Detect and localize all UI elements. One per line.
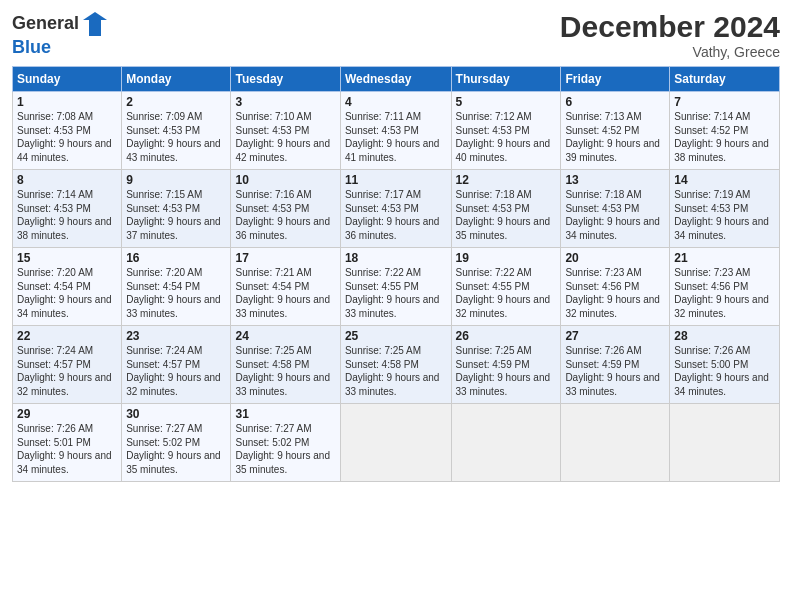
calendar-cell: 16Sunrise: 7:20 AM Sunset: 4:54 PM Dayli… <box>122 248 231 326</box>
title-area: December 2024 Vathy, Greece <box>560 10 780 60</box>
day-detail: Sunrise: 7:09 AM Sunset: 4:53 PM Dayligh… <box>126 110 226 164</box>
day-number: 4 <box>345 95 447 109</box>
day-detail: Sunrise: 7:20 AM Sunset: 4:54 PM Dayligh… <box>126 266 226 320</box>
header: General Blue December 2024 Vathy, Greece <box>12 10 780 60</box>
day-detail: Sunrise: 7:08 AM Sunset: 4:53 PM Dayligh… <box>17 110 117 164</box>
day-detail: Sunrise: 7:13 AM Sunset: 4:52 PM Dayligh… <box>565 110 665 164</box>
day-number: 3 <box>235 95 335 109</box>
day-detail: Sunrise: 7:27 AM Sunset: 5:02 PM Dayligh… <box>126 422 226 476</box>
svg-marker-0 <box>83 12 107 36</box>
day-number: 10 <box>235 173 335 187</box>
day-detail: Sunrise: 7:19 AM Sunset: 4:53 PM Dayligh… <box>674 188 775 242</box>
calendar-cell: 17Sunrise: 7:21 AM Sunset: 4:54 PM Dayli… <box>231 248 340 326</box>
day-detail: Sunrise: 7:25 AM Sunset: 4:58 PM Dayligh… <box>235 344 335 398</box>
day-number: 29 <box>17 407 117 421</box>
calendar-cell: 22Sunrise: 7:24 AM Sunset: 4:57 PM Dayli… <box>13 326 122 404</box>
day-detail: Sunrise: 7:17 AM Sunset: 4:53 PM Dayligh… <box>345 188 447 242</box>
calendar-cell: 28Sunrise: 7:26 AM Sunset: 5:00 PM Dayli… <box>670 326 780 404</box>
calendar-cell: 12Sunrise: 7:18 AM Sunset: 4:53 PM Dayli… <box>451 170 561 248</box>
day-detail: Sunrise: 7:25 AM Sunset: 4:58 PM Dayligh… <box>345 344 447 398</box>
day-number: 26 <box>456 329 557 343</box>
header-friday: Friday <box>561 67 670 92</box>
day-detail: Sunrise: 7:12 AM Sunset: 4:53 PM Dayligh… <box>456 110 557 164</box>
day-detail: Sunrise: 7:26 AM Sunset: 4:59 PM Dayligh… <box>565 344 665 398</box>
day-number: 20 <box>565 251 665 265</box>
header-thursday: Thursday <box>451 67 561 92</box>
calendar-cell: 13Sunrise: 7:18 AM Sunset: 4:53 PM Dayli… <box>561 170 670 248</box>
day-detail: Sunrise: 7:15 AM Sunset: 4:53 PM Dayligh… <box>126 188 226 242</box>
calendar-cell: 14Sunrise: 7:19 AM Sunset: 4:53 PM Dayli… <box>670 170 780 248</box>
logo-general: General <box>12 14 79 34</box>
day-number: 24 <box>235 329 335 343</box>
calendar-cell <box>561 404 670 482</box>
day-number: 17 <box>235 251 335 265</box>
day-detail: Sunrise: 7:20 AM Sunset: 4:54 PM Dayligh… <box>17 266 117 320</box>
logo-blue: Blue <box>12 37 51 57</box>
header-wednesday: Wednesday <box>340 67 451 92</box>
calendar-cell: 20Sunrise: 7:23 AM Sunset: 4:56 PM Dayli… <box>561 248 670 326</box>
day-detail: Sunrise: 7:22 AM Sunset: 4:55 PM Dayligh… <box>456 266 557 320</box>
day-detail: Sunrise: 7:27 AM Sunset: 5:02 PM Dayligh… <box>235 422 335 476</box>
calendar-cell: 21Sunrise: 7:23 AM Sunset: 4:56 PM Dayli… <box>670 248 780 326</box>
day-detail: Sunrise: 7:26 AM Sunset: 5:00 PM Dayligh… <box>674 344 775 398</box>
calendar-cell: 31Sunrise: 7:27 AM Sunset: 5:02 PM Dayli… <box>231 404 340 482</box>
calendar-cell: 6Sunrise: 7:13 AM Sunset: 4:52 PM Daylig… <box>561 92 670 170</box>
weekday-header-row: Sunday Monday Tuesday Wednesday Thursday… <box>13 67 780 92</box>
calendar-table: Sunday Monday Tuesday Wednesday Thursday… <box>12 66 780 482</box>
calendar-cell: 8Sunrise: 7:14 AM Sunset: 4:53 PM Daylig… <box>13 170 122 248</box>
day-number: 9 <box>126 173 226 187</box>
day-detail: Sunrise: 7:10 AM Sunset: 4:53 PM Dayligh… <box>235 110 335 164</box>
day-number: 12 <box>456 173 557 187</box>
day-detail: Sunrise: 7:18 AM Sunset: 4:53 PM Dayligh… <box>565 188 665 242</box>
calendar-week-row: 8Sunrise: 7:14 AM Sunset: 4:53 PM Daylig… <box>13 170 780 248</box>
calendar-week-row: 29Sunrise: 7:26 AM Sunset: 5:01 PM Dayli… <box>13 404 780 482</box>
day-detail: Sunrise: 7:16 AM Sunset: 4:53 PM Dayligh… <box>235 188 335 242</box>
day-detail: Sunrise: 7:11 AM Sunset: 4:53 PM Dayligh… <box>345 110 447 164</box>
day-detail: Sunrise: 7:24 AM Sunset: 4:57 PM Dayligh… <box>126 344 226 398</box>
day-number: 6 <box>565 95 665 109</box>
day-detail: Sunrise: 7:21 AM Sunset: 4:54 PM Dayligh… <box>235 266 335 320</box>
day-detail: Sunrise: 7:25 AM Sunset: 4:59 PM Dayligh… <box>456 344 557 398</box>
day-number: 27 <box>565 329 665 343</box>
calendar-cell: 5Sunrise: 7:12 AM Sunset: 4:53 PM Daylig… <box>451 92 561 170</box>
calendar-week-row: 22Sunrise: 7:24 AM Sunset: 4:57 PM Dayli… <box>13 326 780 404</box>
calendar-cell: 19Sunrise: 7:22 AM Sunset: 4:55 PM Dayli… <box>451 248 561 326</box>
calendar-cell: 11Sunrise: 7:17 AM Sunset: 4:53 PM Dayli… <box>340 170 451 248</box>
header-sunday: Sunday <box>13 67 122 92</box>
calendar-cell: 15Sunrise: 7:20 AM Sunset: 4:54 PM Dayli… <box>13 248 122 326</box>
day-number: 28 <box>674 329 775 343</box>
day-number: 1 <box>17 95 117 109</box>
page-container: General Blue December 2024 Vathy, Greece… <box>0 0 792 490</box>
calendar-cell: 27Sunrise: 7:26 AM Sunset: 4:59 PM Dayli… <box>561 326 670 404</box>
calendar-cell: 3Sunrise: 7:10 AM Sunset: 4:53 PM Daylig… <box>231 92 340 170</box>
calendar-cell: 7Sunrise: 7:14 AM Sunset: 4:52 PM Daylig… <box>670 92 780 170</box>
day-number: 7 <box>674 95 775 109</box>
calendar-cell: 2Sunrise: 7:09 AM Sunset: 4:53 PM Daylig… <box>122 92 231 170</box>
day-number: 25 <box>345 329 447 343</box>
calendar-cell: 24Sunrise: 7:25 AM Sunset: 4:58 PM Dayli… <box>231 326 340 404</box>
calendar-cell: 9Sunrise: 7:15 AM Sunset: 4:53 PM Daylig… <box>122 170 231 248</box>
calendar-cell: 30Sunrise: 7:27 AM Sunset: 5:02 PM Dayli… <box>122 404 231 482</box>
month-title: December 2024 <box>560 10 780 44</box>
day-number: 19 <box>456 251 557 265</box>
day-detail: Sunrise: 7:26 AM Sunset: 5:01 PM Dayligh… <box>17 422 117 476</box>
day-detail: Sunrise: 7:14 AM Sunset: 4:52 PM Dayligh… <box>674 110 775 164</box>
calendar-cell: 10Sunrise: 7:16 AM Sunset: 4:53 PM Dayli… <box>231 170 340 248</box>
calendar-cell: 26Sunrise: 7:25 AM Sunset: 4:59 PM Dayli… <box>451 326 561 404</box>
day-number: 5 <box>456 95 557 109</box>
day-number: 11 <box>345 173 447 187</box>
calendar-cell: 23Sunrise: 7:24 AM Sunset: 4:57 PM Dayli… <box>122 326 231 404</box>
day-detail: Sunrise: 7:23 AM Sunset: 4:56 PM Dayligh… <box>674 266 775 320</box>
calendar-cell: 4Sunrise: 7:11 AM Sunset: 4:53 PM Daylig… <box>340 92 451 170</box>
day-detail: Sunrise: 7:23 AM Sunset: 4:56 PM Dayligh… <box>565 266 665 320</box>
day-detail: Sunrise: 7:14 AM Sunset: 4:53 PM Dayligh… <box>17 188 117 242</box>
day-number: 23 <box>126 329 226 343</box>
day-detail: Sunrise: 7:24 AM Sunset: 4:57 PM Dayligh… <box>17 344 117 398</box>
day-number: 22 <box>17 329 117 343</box>
day-detail: Sunrise: 7:22 AM Sunset: 4:55 PM Dayligh… <box>345 266 447 320</box>
calendar-cell: 1Sunrise: 7:08 AM Sunset: 4:53 PM Daylig… <box>13 92 122 170</box>
calendar-cell <box>451 404 561 482</box>
day-detail: Sunrise: 7:18 AM Sunset: 4:53 PM Dayligh… <box>456 188 557 242</box>
logo-icon <box>81 10 109 38</box>
day-number: 18 <box>345 251 447 265</box>
